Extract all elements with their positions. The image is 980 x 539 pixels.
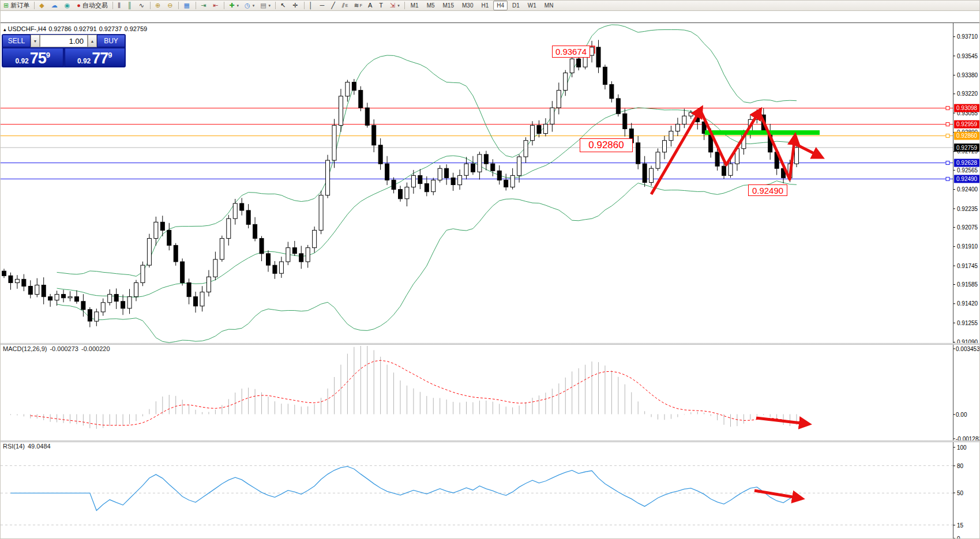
sell-button[interactable]: SELL: [2, 35, 31, 47]
timeframe-button-m30[interactable]: M30: [459, 1, 476, 10]
price-tick-label: 0.92565: [957, 167, 978, 174]
periods-icon[interactable]: ◷▾: [242, 1, 257, 10]
fibonacci-icon[interactable]: ≋F: [351, 1, 365, 10]
text-label-icon: T: [379, 2, 383, 9]
line-chart-icon[interactable]: ∿: [137, 1, 148, 10]
text-icon[interactable]: A: [366, 1, 376, 10]
price-annotation-support[interactable]: 0.92490: [748, 184, 787, 196]
sell-price-prefix: 0.92: [15, 57, 28, 65]
buy-button[interactable]: BUY: [97, 35, 125, 47]
metaquotes-icon[interactable]: ◉: [62, 1, 74, 10]
crosshair-icon[interactable]: ✛: [290, 1, 301, 10]
horizontal-line-icon[interactable]: ─: [317, 1, 328, 10]
candle-body: [326, 160, 330, 195]
arrows-icon[interactable]: ⇲▾: [388, 1, 402, 10]
candlestick-chart-icon[interactable]: ║: [125, 1, 136, 10]
rsi-indicator-pane[interactable]: [1, 442, 953, 539]
toolbar-separator: [34, 2, 35, 9]
volume-decrease-button[interactable]: ▼: [31, 35, 40, 47]
buy-price-display[interactable]: 0.92779: [65, 48, 126, 67]
line-chart-icon: ∿: [139, 2, 144, 9]
volume-input[interactable]: 1.00: [40, 35, 88, 47]
rsi-trend-arrow[interactable]: [754, 491, 799, 498]
price-axis-border[interactable]: [953, 22, 953, 539]
arrows-icon: ⇲: [390, 2, 395, 9]
trendline-icon[interactable]: ╱: [329, 1, 339, 10]
volume-increase-button[interactable]: ▲: [88, 35, 97, 47]
price-annotation-high[interactable]: 0.93674: [552, 46, 590, 58]
templates-icon[interactable]: ▤▾: [258, 1, 273, 10]
main-chart-pane[interactable]: [1, 22, 953, 344]
chart-shift-icon[interactable]: ⇤: [211, 1, 221, 10]
macd-indicator-pane[interactable]: [1, 345, 953, 441]
candlestick-chart-icon: ║: [127, 2, 132, 9]
timeframe-button-mn[interactable]: MN: [541, 1, 557, 10]
tile-windows-icon[interactable]: ▦: [181, 1, 193, 10]
autotrading-button[interactable]: ●自动交易: [74, 1, 110, 10]
candle-body: [478, 154, 482, 172]
candle-body: [537, 125, 541, 133]
pane-separator-rsi[interactable]: [1, 440, 980, 442]
indicators-icon-dropdown[interactable]: ▾: [237, 3, 239, 8]
timeframe-button-h1[interactable]: H1: [478, 1, 492, 10]
compass-icon[interactable]: ◆: [37, 1, 47, 10]
pane-separator-macd[interactable]: [1, 343, 980, 345]
candle-body: [531, 125, 535, 140]
macd-value-1: -0.000273: [50, 345, 78, 352]
candle-body: [682, 116, 686, 124]
candle-body: [543, 124, 547, 133]
candle-body: [266, 254, 271, 265]
hline-anchor: [946, 134, 949, 138]
timeframe-button-m15[interactable]: M15: [440, 1, 457, 10]
candle-body: [286, 248, 290, 262]
timeframe-button-d1[interactable]: D1: [509, 1, 523, 10]
zoom-in-icon[interactable]: ⊕: [153, 1, 164, 10]
candle-body: [570, 59, 574, 73]
candle-body: [675, 124, 679, 131]
equidistant-channel-icon[interactable]: ⫽E: [340, 1, 351, 10]
hline-anchor: [946, 177, 949, 180]
macd-axis-label: 0.00: [956, 412, 967, 418]
buy-price-prefix: 0.92: [77, 57, 91, 65]
price-tick-label: 0.93380: [957, 72, 978, 78]
vertical-line-icon[interactable]: │: [307, 1, 317, 10]
trendline-icon: ╱: [331, 2, 335, 9]
periods-icon-dropdown[interactable]: ▾: [253, 3, 255, 8]
macd-trend-arrow[interactable]: [756, 418, 806, 424]
timeframe-button-h4[interactable]: H4: [493, 1, 508, 10]
auto-scroll-icon[interactable]: ⇥: [198, 1, 209, 10]
arrows-icon-dropdown[interactable]: ▾: [397, 3, 400, 8]
chart-window[interactable]: ▴USDCHF-,H40.927860.927910.927370.92759 …: [1, 11, 980, 539]
crosshair-icon: ✛: [292, 2, 298, 9]
green-highlight-zone[interactable]: [705, 130, 820, 135]
templates-icon-dropdown[interactable]: ▾: [269, 3, 271, 8]
indicators-icon[interactable]: ✚▾: [227, 1, 241, 10]
candle-body: [623, 114, 627, 129]
new-order-button[interactable]: ⊞新订单: [1, 1, 32, 10]
sell-price-display[interactable]: 0.92759: [2, 48, 63, 67]
candle-body: [141, 265, 145, 282]
candle-body: [68, 297, 72, 298]
candle-body: [200, 292, 204, 306]
candle-body: [564, 73, 568, 90]
zoom-out-icon[interactable]: ⊖: [165, 1, 176, 10]
price-badge-label: 0.92959: [956, 121, 978, 127]
new-order-icon: ⊞: [3, 2, 9, 9]
community-icon: ☁: [51, 2, 58, 9]
timeframe-button-m5[interactable]: M5: [423, 1, 438, 10]
horizontal-line-icon: ─: [320, 2, 324, 9]
timeframe-button-m1[interactable]: M1: [407, 1, 422, 10]
timeframe-button-w1[interactable]: W1: [524, 1, 540, 10]
metaquotes-icon: ◉: [65, 2, 70, 9]
price-badge-label: 0.92860: [956, 133, 978, 139]
price-axis[interactable]: 0.937100.935450.933800.932200.930550.928…: [953, 22, 980, 539]
bar-chart-icon[interactable]: ⫼: [115, 1, 124, 10]
candle-body: [279, 262, 283, 273]
price-tick-label: 0.91420: [957, 300, 978, 307]
rsi-axis-label: 50: [957, 490, 964, 496]
cursor-icon[interactable]: ↖: [278, 1, 289, 10]
price-annotation-resistance[interactable]: 0.92860: [580, 138, 633, 152]
community-icon[interactable]: ☁: [49, 1, 61, 10]
text-label-icon[interactable]: T: [377, 1, 386, 10]
toolbar-separator: [112, 2, 113, 9]
